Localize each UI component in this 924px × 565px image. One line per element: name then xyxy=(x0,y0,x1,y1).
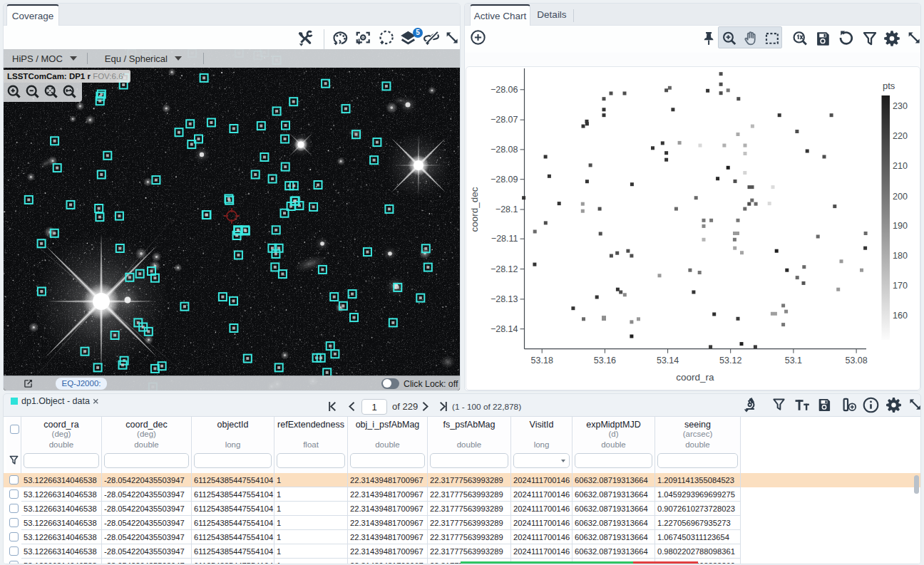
svg-text:coord_dec: coord_dec xyxy=(469,187,480,232)
svg-text:200: 200 xyxy=(893,192,908,202)
svg-text:53.12: 53.12 xyxy=(719,356,741,366)
svg-text:−28.14: −28.14 xyxy=(491,324,518,334)
svg-text:pts: pts xyxy=(883,81,895,91)
svg-text:53.16: 53.16 xyxy=(594,356,616,366)
svg-text:−28.13: −28.13 xyxy=(491,294,518,304)
svg-text:53.14: 53.14 xyxy=(657,356,679,366)
svg-text:53.18: 53.18 xyxy=(531,356,553,366)
svg-text:160: 160 xyxy=(893,311,908,321)
svg-text:coord_ra: coord_ra xyxy=(676,372,714,383)
svg-text:170: 170 xyxy=(893,281,908,291)
svg-text:180: 180 xyxy=(893,251,908,261)
svg-text:230: 230 xyxy=(893,101,908,111)
svg-text:−28.12: −28.12 xyxy=(491,264,518,274)
svg-text:−28.09: −28.09 xyxy=(491,175,518,185)
svg-text:53.08: 53.08 xyxy=(845,356,867,366)
svg-text:190: 190 xyxy=(893,221,908,231)
svg-text:−28.07: −28.07 xyxy=(491,115,518,125)
svg-text:220: 220 xyxy=(893,131,908,141)
svg-text:−28.08: −28.08 xyxy=(491,145,518,155)
svg-text:53.1: 53.1 xyxy=(785,356,802,366)
svg-text:−28.11: −28.11 xyxy=(491,234,518,244)
svg-text:−28.1: −28.1 xyxy=(496,204,518,214)
svg-text:210: 210 xyxy=(893,161,908,171)
svg-text:−28.06: −28.06 xyxy=(491,85,518,95)
